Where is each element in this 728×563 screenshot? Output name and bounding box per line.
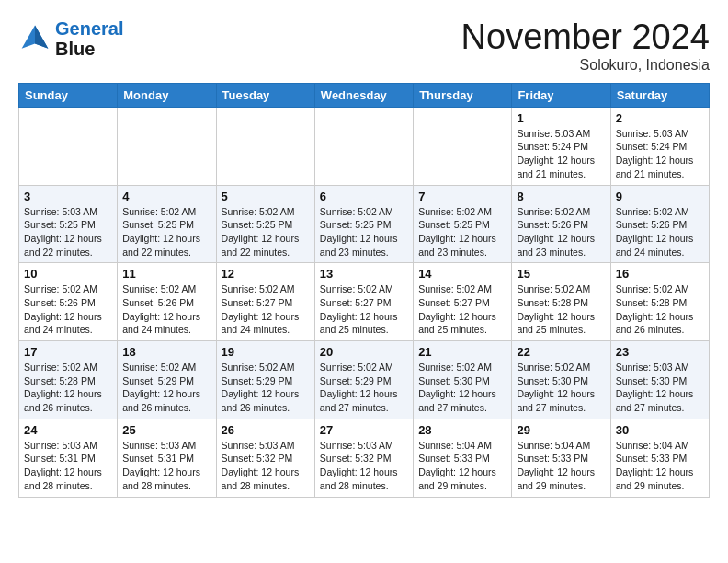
calendar-cell xyxy=(118,107,216,185)
logo-line2: Blue xyxy=(55,39,123,59)
day-info: Sunrise: 5:04 AM Sunset: 5:33 PM Dayligh… xyxy=(616,439,704,493)
day-number: 22 xyxy=(517,345,605,359)
day-info: Sunrise: 5:03 AM Sunset: 5:32 PM Dayligh… xyxy=(222,439,310,493)
day-number: 21 xyxy=(418,345,506,359)
calendar-table: SundayMondayTuesdayWednesdayThursdayFrid… xyxy=(18,83,710,498)
day-number: 7 xyxy=(418,190,506,203)
calendar-week-row: 10Sunrise: 5:02 AM Sunset: 5:26 PM Dayli… xyxy=(19,263,710,341)
day-info: Sunrise: 5:03 AM Sunset: 5:32 PM Dayligh… xyxy=(320,439,408,493)
month-title: November 2024 xyxy=(461,18,710,57)
calendar-cell: 5Sunrise: 5:02 AM Sunset: 5:25 PM Daylig… xyxy=(216,185,314,263)
calendar-week-row: 1Sunrise: 5:03 AM Sunset: 5:24 PM Daylig… xyxy=(19,107,710,185)
calendar-cell: 8Sunrise: 5:02 AM Sunset: 5:26 PM Daylig… xyxy=(512,185,610,263)
day-info: Sunrise: 5:02 AM Sunset: 5:25 PM Dayligh… xyxy=(320,205,408,259)
calendar-cell: 12Sunrise: 5:02 AM Sunset: 5:27 PM Dayli… xyxy=(216,263,314,341)
day-info: Sunrise: 5:02 AM Sunset: 5:28 PM Dayligh… xyxy=(517,282,605,337)
calendar-cell: 13Sunrise: 5:02 AM Sunset: 5:27 PM Dayli… xyxy=(314,263,413,341)
day-info: Sunrise: 5:02 AM Sunset: 5:28 PM Dayligh… xyxy=(616,282,704,337)
weekday-header: Friday xyxy=(512,83,610,107)
day-number: 11 xyxy=(122,267,210,281)
day-number: 2 xyxy=(616,111,704,125)
day-info: Sunrise: 5:02 AM Sunset: 5:25 PM Dayligh… xyxy=(418,205,506,259)
logo: General Blue xyxy=(18,18,123,59)
calendar-week-row: 24Sunrise: 5:03 AM Sunset: 5:31 PM Dayli… xyxy=(19,419,710,497)
location: Solokuro, Indonesia xyxy=(461,57,710,74)
calendar-cell: 28Sunrise: 5:04 AM Sunset: 5:33 PM Dayli… xyxy=(414,419,512,497)
day-info: Sunrise: 5:02 AM Sunset: 5:30 PM Dayligh… xyxy=(418,361,506,415)
calendar-week-row: 3Sunrise: 5:03 AM Sunset: 5:25 PM Daylig… xyxy=(19,185,710,263)
calendar-cell: 14Sunrise: 5:02 AM Sunset: 5:27 PM Dayli… xyxy=(414,263,512,341)
day-number: 28 xyxy=(418,423,506,437)
day-number: 4 xyxy=(122,190,210,203)
calendar-cell: 3Sunrise: 5:03 AM Sunset: 5:25 PM Daylig… xyxy=(19,185,118,263)
calendar-cell xyxy=(414,107,512,185)
calendar-cell: 7Sunrise: 5:02 AM Sunset: 5:25 PM Daylig… xyxy=(414,185,512,263)
calendar-cell: 4Sunrise: 5:02 AM Sunset: 5:25 PM Daylig… xyxy=(118,185,216,263)
logo-icon xyxy=(18,22,51,55)
calendar-cell: 27Sunrise: 5:03 AM Sunset: 5:32 PM Dayli… xyxy=(314,419,413,497)
day-number: 18 xyxy=(122,345,210,359)
day-info: Sunrise: 5:02 AM Sunset: 5:25 PM Dayligh… xyxy=(222,205,310,259)
day-info: Sunrise: 5:02 AM Sunset: 5:27 PM Dayligh… xyxy=(320,282,408,337)
calendar-cell: 16Sunrise: 5:02 AM Sunset: 5:28 PM Dayli… xyxy=(610,263,709,341)
calendar-cell xyxy=(216,107,314,185)
calendar-cell: 20Sunrise: 5:02 AM Sunset: 5:29 PM Dayli… xyxy=(314,341,413,419)
calendar-cell: 9Sunrise: 5:02 AM Sunset: 5:26 PM Daylig… xyxy=(610,185,709,263)
day-info: Sunrise: 5:02 AM Sunset: 5:26 PM Dayligh… xyxy=(616,205,704,259)
calendar-week-row: 17Sunrise: 5:02 AM Sunset: 5:28 PM Dayli… xyxy=(19,341,710,419)
day-number: 29 xyxy=(517,423,605,437)
calendar-cell: 22Sunrise: 5:02 AM Sunset: 5:30 PM Dayli… xyxy=(512,341,610,419)
day-info: Sunrise: 5:04 AM Sunset: 5:33 PM Dayligh… xyxy=(418,439,506,493)
day-number: 19 xyxy=(222,345,310,359)
logo-text: General Blue xyxy=(55,18,123,59)
page: General Blue November 2024 Solokuro, Ind… xyxy=(0,0,728,516)
day-info: Sunrise: 5:02 AM Sunset: 5:30 PM Dayligh… xyxy=(517,361,605,415)
weekday-header: Wednesday xyxy=(314,83,413,107)
day-number: 15 xyxy=(517,267,605,281)
day-info: Sunrise: 5:02 AM Sunset: 5:26 PM Dayligh… xyxy=(24,282,112,337)
day-number: 17 xyxy=(24,345,112,359)
logo-line1: General xyxy=(55,18,123,39)
calendar-cell: 17Sunrise: 5:02 AM Sunset: 5:28 PM Dayli… xyxy=(19,341,118,419)
day-number: 10 xyxy=(24,267,112,281)
calendar-cell: 2Sunrise: 5:03 AM Sunset: 5:24 PM Daylig… xyxy=(610,107,709,185)
day-number: 20 xyxy=(320,345,408,359)
title-block: November 2024 Solokuro, Indonesia xyxy=(461,18,710,74)
calendar-cell: 15Sunrise: 5:02 AM Sunset: 5:28 PM Dayli… xyxy=(512,263,610,341)
calendar-cell: 18Sunrise: 5:02 AM Sunset: 5:29 PM Dayli… xyxy=(118,341,216,419)
svg-marker-1 xyxy=(35,26,48,49)
day-number: 8 xyxy=(517,190,605,203)
weekday-header: Monday xyxy=(118,83,216,107)
day-info: Sunrise: 5:02 AM Sunset: 5:29 PM Dayligh… xyxy=(320,361,408,415)
calendar-cell: 24Sunrise: 5:03 AM Sunset: 5:31 PM Dayli… xyxy=(19,419,118,497)
day-info: Sunrise: 5:03 AM Sunset: 5:31 PM Dayligh… xyxy=(24,439,112,493)
calendar-cell: 25Sunrise: 5:03 AM Sunset: 5:31 PM Dayli… xyxy=(118,419,216,497)
day-info: Sunrise: 5:02 AM Sunset: 5:29 PM Dayligh… xyxy=(122,361,210,415)
header: General Blue November 2024 Solokuro, Ind… xyxy=(18,18,710,74)
day-info: Sunrise: 5:02 AM Sunset: 5:28 PM Dayligh… xyxy=(24,361,112,415)
day-info: Sunrise: 5:02 AM Sunset: 5:26 PM Dayligh… xyxy=(122,282,210,337)
weekday-header: Thursday xyxy=(414,83,512,107)
day-number: 12 xyxy=(222,267,310,281)
day-info: Sunrise: 5:03 AM Sunset: 5:24 PM Dayligh… xyxy=(517,127,605,181)
calendar-cell: 6Sunrise: 5:02 AM Sunset: 5:25 PM Daylig… xyxy=(314,185,413,263)
day-number: 26 xyxy=(222,423,310,437)
day-number: 14 xyxy=(418,267,506,281)
day-info: Sunrise: 5:02 AM Sunset: 5:25 PM Dayligh… xyxy=(122,205,210,259)
calendar-header-row: SundayMondayTuesdayWednesdayThursdayFrid… xyxy=(19,83,710,107)
day-number: 30 xyxy=(616,423,704,437)
day-info: Sunrise: 5:03 AM Sunset: 5:25 PM Dayligh… xyxy=(24,205,112,259)
day-info: Sunrise: 5:02 AM Sunset: 5:29 PM Dayligh… xyxy=(222,361,310,415)
calendar-cell: 1Sunrise: 5:03 AM Sunset: 5:24 PM Daylig… xyxy=(512,107,610,185)
calendar-cell: 11Sunrise: 5:02 AM Sunset: 5:26 PM Dayli… xyxy=(118,263,216,341)
day-number: 1 xyxy=(517,111,605,125)
day-info: Sunrise: 5:02 AM Sunset: 5:26 PM Dayligh… xyxy=(517,205,605,259)
weekday-header: Saturday xyxy=(610,83,709,107)
weekday-header: Tuesday xyxy=(216,83,314,107)
day-info: Sunrise: 5:02 AM Sunset: 5:27 PM Dayligh… xyxy=(222,282,310,337)
day-number: 23 xyxy=(616,345,704,359)
day-info: Sunrise: 5:04 AM Sunset: 5:33 PM Dayligh… xyxy=(517,439,605,493)
day-info: Sunrise: 5:02 AM Sunset: 5:27 PM Dayligh… xyxy=(418,282,506,337)
calendar-cell: 19Sunrise: 5:02 AM Sunset: 5:29 PM Dayli… xyxy=(216,341,314,419)
day-number: 27 xyxy=(320,423,408,437)
